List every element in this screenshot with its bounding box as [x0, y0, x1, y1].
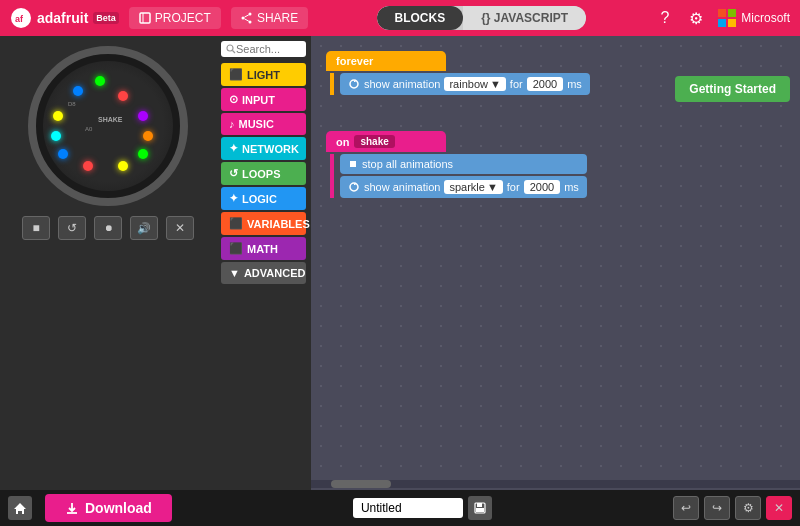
loop-icon-2: [348, 181, 360, 193]
logic-icon: ✦: [229, 192, 238, 205]
svg-rect-2: [140, 13, 150, 23]
share-button[interactable]: SHARE: [231, 7, 308, 29]
logo: af adafruit Beta: [10, 7, 119, 29]
stop-all-label: stop all animations: [362, 158, 453, 170]
led-4: [53, 111, 63, 121]
redo-button[interactable]: ↪: [704, 496, 730, 520]
help-button[interactable]: ?: [654, 7, 675, 29]
home-icon: [13, 501, 27, 515]
led-9: [138, 149, 148, 159]
led-5: [138, 111, 148, 121]
rainbow-dropdown[interactable]: rainbow ▼: [444, 77, 505, 91]
show-animation-label-2: show animation: [364, 181, 440, 193]
category-network[interactable]: ✦ NETWORK: [221, 137, 306, 160]
undo-button[interactable]: ↩: [673, 496, 699, 520]
microsoft-label: Microsoft: [741, 11, 790, 25]
save-file-button[interactable]: [468, 496, 492, 520]
file-name-input[interactable]: [353, 498, 463, 518]
show-animation-label-1: show animation: [364, 78, 440, 90]
adafruit-logo-icon: af: [10, 7, 32, 29]
category-variables[interactable]: ⬛ VARIABLES: [221, 212, 306, 235]
main-layout: D8 SHAKE A0 ■ ↺ ⏺ 🔊 ✕ ⬛ LIGHT ⊙ INPUT ♪: [0, 36, 800, 490]
download-icon: [65, 501, 79, 515]
dropdown-chevron-icon-2: ▼: [487, 181, 498, 193]
category-light[interactable]: ⬛ LIGHT: [221, 63, 306, 86]
music-icon: ♪: [229, 118, 235, 130]
svg-rect-10: [728, 9, 736, 17]
forever-block[interactable]: forever: [326, 51, 446, 71]
forever-label: forever: [336, 55, 373, 67]
svg-rect-9: [718, 9, 726, 17]
horizontal-scrollbar[interactable]: [311, 480, 800, 488]
sparkle-dropdown[interactable]: sparkle ▼: [444, 180, 502, 194]
svg-line-7: [244, 15, 248, 17]
svg-text:af: af: [15, 14, 24, 24]
workspace[interactable]: Getting Started forever show animation r…: [311, 36, 800, 490]
category-logic[interactable]: ✦ LOGIC: [221, 187, 306, 210]
project-button[interactable]: PROJECT: [129, 7, 221, 29]
tab-group-container: BLOCKS {} JAVASCRIPT: [318, 6, 644, 30]
on-shake-block[interactable]: on shake: [326, 131, 446, 152]
ms-value-2[interactable]: 2000: [524, 180, 560, 194]
download-button[interactable]: Download: [45, 494, 172, 522]
category-advanced[interactable]: ▼ ADVANCED: [221, 262, 306, 284]
home-button[interactable]: [8, 496, 32, 520]
ms-label-1: ms: [567, 78, 582, 90]
board-inner: D8 SHAKE A0: [43, 61, 173, 191]
category-music[interactable]: ♪ MUSIC: [221, 113, 306, 135]
svg-point-4: [248, 13, 251, 16]
svg-line-14: [233, 51, 236, 54]
loops-icon: ↺: [229, 167, 238, 180]
svg-line-8: [244, 19, 248, 21]
ms-label-2: ms: [564, 181, 579, 193]
logo-text: adafruit: [37, 10, 88, 26]
sim-stop-button[interactable]: ■: [22, 216, 50, 240]
svg-rect-16: [350, 161, 356, 167]
show-animation-block-2[interactable]: show animation sparkle ▼ for 2000 ms: [340, 176, 587, 198]
board-label-2: A0: [85, 126, 92, 132]
sim-sound-button[interactable]: 🔊: [130, 216, 158, 240]
block-categories-panel: ⬛ LIGHT ⊙ INPUT ♪ MUSIC ✦ NETWORK ↺ LOOP…: [216, 36, 311, 490]
network-icon: ✦: [229, 142, 238, 155]
category-math[interactable]: ⬛ MATH: [221, 237, 306, 260]
category-input[interactable]: ⊙ INPUT: [221, 88, 306, 111]
for-label-2: for: [507, 181, 520, 193]
led-3: [118, 91, 128, 101]
scrollbar-thumb[interactable]: [331, 480, 391, 488]
sim-record-button[interactable]: ⏺: [94, 216, 122, 240]
ms-value-1[interactable]: 2000: [527, 77, 563, 91]
led-7: [143, 131, 153, 141]
project-icon: [139, 12, 151, 24]
nav-right: ? ⚙ Microsoft: [654, 7, 790, 30]
show-animation-block-1[interactable]: show animation rainbow ▼ for 2000 ms: [340, 73, 590, 95]
search-box[interactable]: [221, 41, 306, 57]
on-shake-block-group: on shake stop all animations show animat…: [326, 131, 587, 200]
advanced-chevron-icon: ▼: [229, 267, 240, 279]
simulator-board: D8 SHAKE A0: [28, 46, 188, 206]
svg-rect-11: [718, 19, 726, 27]
sim-close-button[interactable]: ✕: [166, 216, 194, 240]
getting-started-button[interactable]: Getting Started: [675, 76, 790, 102]
led-6: [51, 131, 61, 141]
led-1: [95, 76, 105, 86]
stop-all-block[interactable]: stop all animations: [340, 154, 587, 174]
file-input-area: [180, 496, 665, 520]
led-8: [58, 149, 68, 159]
blocks-tab[interactable]: BLOCKS: [377, 6, 464, 30]
variables-icon: ⬛: [229, 217, 243, 230]
search-input[interactable]: [236, 43, 301, 55]
javascript-tab[interactable]: {} JAVASCRIPT: [463, 6, 586, 30]
bottom-right-controls: ↩ ↪ ⚙ ✕: [673, 496, 792, 520]
led-2: [73, 86, 83, 96]
light-icon: ⬛: [229, 68, 243, 81]
microsoft-badge: Microsoft: [717, 8, 790, 28]
svg-rect-12: [728, 19, 736, 27]
forever-block-group: forever show animation rainbow ▼ for 200…: [326, 51, 590, 97]
svg-point-6: [241, 17, 244, 20]
loop-icon: [348, 78, 360, 90]
sim-restart-button[interactable]: ↺: [58, 216, 86, 240]
workspace-settings-button[interactable]: ⚙: [735, 496, 761, 520]
category-loops[interactable]: ↺ LOOPS: [221, 162, 306, 185]
settings-button[interactable]: ⚙: [683, 7, 709, 30]
close-button[interactable]: ✕: [766, 496, 792, 520]
